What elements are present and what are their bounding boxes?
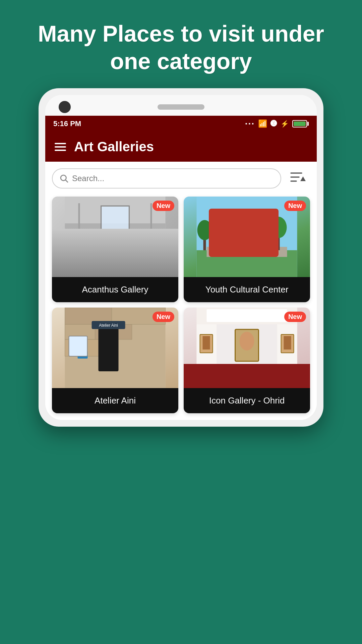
card-image-acanthus: New: [52, 197, 178, 277]
dots-icon: [245, 118, 255, 129]
sim-icon: 🅧: [270, 120, 277, 128]
new-badge-icon-gallery: New: [284, 312, 306, 322]
hamburger-menu-button[interactable]: [55, 143, 66, 151]
place-card-acanthus[interactable]: New Acanthus Gallery: [52, 197, 178, 302]
app-header: Art Galleries: [45, 132, 317, 162]
place-card-icon-gallery[interactable]: New Icon Gallery - Ohrid: [184, 308, 310, 413]
status-time: 5:16 PM: [53, 119, 81, 128]
phone-mockup: 5:16 PM 📶 🅧 ⚡ Art Galler: [39, 88, 323, 427]
svg-point-20: [141, 240, 146, 245]
sort-icon: [290, 170, 307, 186]
svg-rect-30: [235, 227, 241, 234]
camera-dot: [59, 101, 71, 113]
svg-point-0: [61, 175, 66, 180]
card-image-youth: New: [184, 197, 310, 277]
svg-rect-25: [224, 213, 254, 244]
svg-rect-45: [99, 328, 119, 371]
svg-point-32: [197, 220, 212, 240]
svg-rect-9: [78, 203, 80, 257]
search-input[interactable]: [72, 174, 274, 183]
svg-rect-57: [197, 370, 297, 388]
svg-point-14: [122, 235, 129, 242]
new-badge-atelier: New: [153, 312, 174, 322]
place-label-icon-gallery: Icon Gallery - Ohrid: [184, 388, 310, 413]
svg-point-64: [240, 332, 254, 351]
svg-rect-58: [217, 365, 277, 371]
svg-rect-27: [235, 217, 241, 224]
svg-rect-10: [150, 203, 152, 257]
card-image-icon-gallery: New: [184, 308, 310, 388]
speaker-bar: [158, 104, 204, 110]
svg-rect-60: [203, 336, 210, 350]
svg-rect-24: [217, 220, 277, 254]
svg-point-36: [266, 246, 273, 253]
svg-line-1: [66, 180, 68, 182]
battery-icon: [292, 120, 309, 127]
card-image-atelier: Atelier Aini 24 New: [52, 308, 178, 388]
status-icons: 📶 🅧 ⚡: [245, 118, 309, 129]
charging-icon: ⚡: [281, 120, 289, 128]
svg-point-13: [121, 239, 130, 253]
svg-point-35: [260, 246, 267, 253]
svg-marker-5: [300, 176, 306, 181]
place-card-atelier[interactable]: Atelier Aini 24 New Atelier Aini: [52, 308, 178, 413]
place-label-youth: Youth Cultural Center: [184, 277, 310, 302]
svg-rect-50: [69, 336, 87, 356]
svg-point-19: [140, 244, 147, 253]
svg-rect-29: [227, 227, 233, 234]
svg-rect-62: [284, 336, 291, 350]
svg-point-66: [202, 365, 205, 368]
places-grid: New Acanthus Gallery: [52, 197, 310, 413]
new-badge-acanthus: New: [153, 201, 174, 211]
phone-camera-area: [45, 95, 317, 116]
new-badge-youth: New: [284, 201, 306, 211]
svg-rect-53: [207, 309, 287, 322]
place-card-youth[interactable]: New Youth Cultural Center: [184, 197, 310, 302]
page-title: Many Places to visit under one category: [0, 0, 362, 88]
app-title: Art Galleries: [74, 139, 154, 154]
svg-point-15: [131, 241, 139, 253]
svg-point-67: [289, 365, 292, 368]
search-icon: [59, 174, 69, 183]
sort-filter-button[interactable]: [287, 168, 310, 189]
svg-point-18: [114, 238, 120, 244]
svg-rect-26: [227, 217, 233, 224]
svg-rect-11: [102, 207, 129, 233]
svg-point-34: [270, 217, 287, 238]
svg-point-16: [132, 236, 138, 243]
svg-point-17: [113, 242, 121, 253]
wifi-icon: 📶: [258, 119, 267, 128]
svg-text:Atelier Aini: Atelier Aini: [99, 323, 118, 328]
place-label-acanthus: Acanthus Gallery: [52, 277, 178, 302]
svg-rect-23: [207, 247, 287, 257]
place-label-atelier: Atelier Aini: [52, 388, 178, 413]
svg-rect-28: [244, 217, 250, 224]
search-bar-row: [52, 168, 310, 189]
status-bar: 5:16 PM 📶 🅧 ⚡: [45, 116, 317, 132]
content-area: New Acanthus Gallery: [45, 162, 317, 420]
svg-rect-8: [65, 254, 166, 277]
svg-line-37: [267, 246, 268, 250]
svg-rect-7: [65, 223, 166, 277]
search-container[interactable]: [52, 168, 281, 189]
